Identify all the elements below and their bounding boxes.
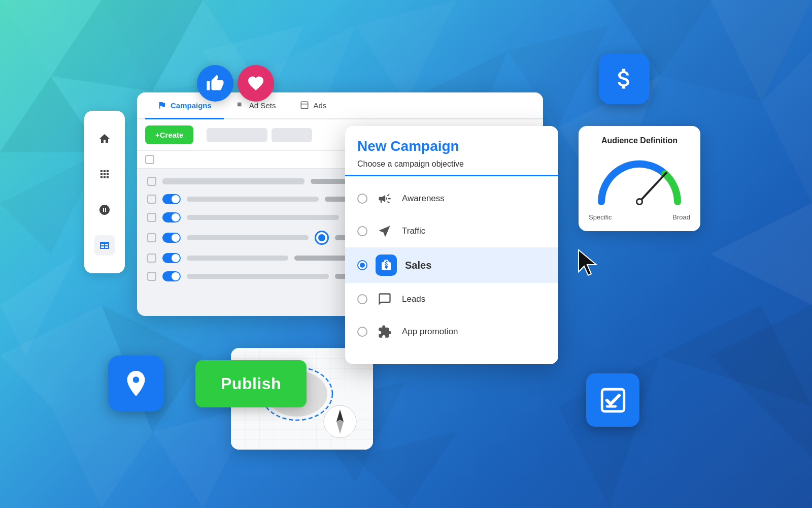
- tab-adsets-label: Ad Sets: [249, 101, 276, 110]
- select-all-checkbox[interactable]: [145, 155, 154, 164]
- awareness-label: Awareness: [402, 194, 445, 204]
- tab-campaigns-label: Campaigns: [171, 101, 212, 110]
- audience-definition-card: Audience Definition Specific Broad: [579, 126, 700, 231]
- label-broad: Broad: [672, 213, 690, 221]
- toggle-switch[interactable]: [162, 233, 181, 243]
- location-card: [108, 356, 164, 411]
- sidebar-item-table[interactable]: [94, 235, 115, 256]
- option-sales[interactable]: Sales: [345, 247, 558, 283]
- sidebar-item-apps[interactable]: [94, 164, 115, 184]
- checklist-card: [586, 373, 639, 427]
- content-layer: Campaigns Ad Sets Ads +Create: [0, 0, 812, 508]
- row-bar: [187, 215, 339, 220]
- option-app-promotion[interactable]: App promotion: [345, 315, 558, 348]
- heart-button[interactable]: [238, 65, 274, 102]
- radio-traffic[interactable]: [357, 226, 367, 236]
- awareness-icon: [376, 189, 394, 208]
- traffic-icon: [376, 222, 394, 240]
- audience-gauge: [591, 153, 688, 209]
- toggle-switch[interactable]: [162, 212, 181, 223]
- radio-awareness[interactable]: [357, 194, 367, 204]
- leads-icon: [376, 290, 394, 308]
- radio-app-promotion[interactable]: [357, 327, 367, 337]
- toggle-switch[interactable]: [162, 271, 181, 281]
- row-bar: [187, 197, 319, 202]
- svg-text:N: N: [339, 413, 342, 418]
- gauge-container: Specific Broad: [589, 153, 690, 221]
- sales-icon: [376, 255, 397, 276]
- dialog-title: New Campaign: [357, 138, 546, 154]
- leads-label: Leads: [402, 294, 425, 304]
- app-promotion-icon: [376, 323, 394, 341]
- sidebar-item-home[interactable]: [94, 129, 115, 149]
- row-bar: [187, 235, 309, 240]
- svg-rect-29: [301, 102, 309, 109]
- option-traffic[interactable]: Traffic: [345, 215, 558, 247]
- row-bar: [187, 274, 329, 279]
- row-bar: [187, 256, 288, 261]
- create-button[interactable]: +Create: [145, 125, 193, 144]
- toggle-switch[interactable]: [162, 194, 181, 204]
- dollar-card: [599, 53, 650, 104]
- row-checkbox[interactable]: [147, 253, 156, 263]
- tab-ads[interactable]: Ads: [288, 92, 339, 119]
- cursor-arrow: [576, 249, 601, 279]
- dialog-header: New Campaign Choose a campaign objective: [345, 126, 558, 176]
- gauge-labels: Specific Broad: [589, 213, 690, 221]
- row-bar: [162, 178, 304, 184]
- tab-ads-label: Ads: [313, 101, 326, 110]
- svg-point-33: [637, 200, 641, 204]
- selected-indicator: [315, 231, 329, 245]
- audience-title: Audience Definition: [589, 136, 690, 145]
- dialog-body: Awareness Traffic: [345, 176, 558, 354]
- thumbs-up-button[interactable]: [197, 65, 233, 102]
- row-checkbox[interactable]: [147, 233, 156, 242]
- publish-button[interactable]: Publish: [195, 360, 307, 407]
- app-promotion-label: App promotion: [402, 327, 458, 337]
- radio-sales[interactable]: [357, 260, 367, 270]
- radio-leads[interactable]: [357, 294, 367, 304]
- label-specific: Specific: [589, 213, 612, 221]
- toggle-switch[interactable]: [162, 253, 181, 263]
- svg-marker-47: [579, 250, 596, 275]
- row-checkbox[interactable]: [147, 213, 156, 222]
- row-checkbox[interactable]: [147, 272, 156, 281]
- dialog-subtitle: Choose a campaign objective: [357, 160, 546, 169]
- traffic-label: Traffic: [402, 226, 425, 236]
- sidebar-item-dashboard[interactable]: [94, 200, 115, 220]
- option-leads[interactable]: Leads: [345, 283, 558, 315]
- social-buttons: [197, 65, 274, 102]
- sales-label: Sales: [405, 260, 431, 271]
- svg-line-31: [639, 173, 666, 202]
- sidebar: [84, 111, 125, 273]
- row-checkbox[interactable]: [147, 177, 156, 186]
- row-checkbox[interactable]: [147, 195, 156, 204]
- new-campaign-dialog: New Campaign Choose a campaign objective…: [345, 126, 558, 364]
- option-awareness[interactable]: Awareness: [345, 182, 558, 215]
